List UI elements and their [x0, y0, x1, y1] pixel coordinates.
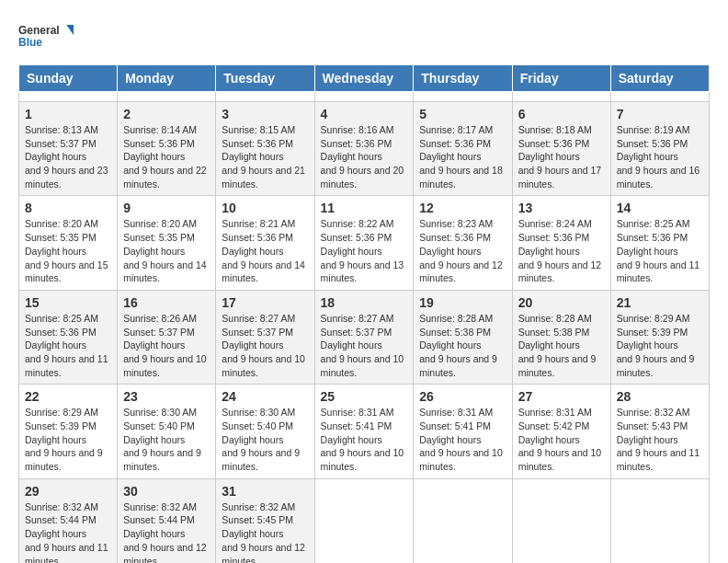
- day-number: 25: [321, 389, 408, 404]
- calendar-header-friday: Friday: [512, 65, 610, 92]
- calendar-header-thursday: Thursday: [414, 65, 512, 92]
- calendar-header-tuesday: Tuesday: [216, 65, 314, 92]
- calendar-week-3: 15 Sunrise: 8:25 AMSunset: 5:36 PMDaylig…: [19, 290, 710, 384]
- calendar-cell: 6 Sunrise: 8:18 AMSunset: 5:36 PMDayligh…: [512, 102, 610, 196]
- day-number: 10: [222, 201, 308, 215]
- calendar-cell: 22 Sunrise: 8:29 AMSunset: 5:39 PMDaylig…: [19, 385, 118, 478]
- calendar-cell: 5 Sunrise: 8:17 AMSunset: 5:36 PMDayligh…: [414, 102, 512, 196]
- cell-text: Sunrise: 8:20 AMSunset: 5:35 PMDaylight …: [123, 218, 207, 283]
- cell-text: Sunrise: 8:25 AMSunset: 5:36 PMDaylight …: [25, 313, 108, 378]
- cell-text: Sunrise: 8:18 AMSunset: 5:36 PMDaylight …: [518, 124, 602, 190]
- cell-text: Sunrise: 8:26 AMSunset: 5:37 PMDaylight …: [123, 313, 207, 378]
- calendar-cell: 14 Sunrise: 8:25 AMSunset: 5:36 PMDaylig…: [610, 196, 709, 290]
- svg-text:General: General: [18, 24, 60, 37]
- calendar-cell: 16 Sunrise: 8:26 AMSunset: 5:37 PMDaylig…: [118, 290, 216, 384]
- calendar-week-4: 22 Sunrise: 8:29 AMSunset: 5:39 PMDaylig…: [19, 385, 710, 478]
- calendar-header-monday: Monday: [118, 65, 216, 92]
- calendar-cell: 9 Sunrise: 8:20 AMSunset: 5:35 PMDayligh…: [118, 196, 216, 290]
- day-number: 30: [123, 484, 210, 499]
- cell-text: Sunrise: 8:14 AMSunset: 5:36 PMDaylight …: [123, 124, 207, 190]
- day-number: 16: [123, 295, 210, 310]
- cell-text: Sunrise: 8:32 AMSunset: 5:43 PMDaylight …: [617, 407, 700, 472]
- cell-text: Sunrise: 8:21 AMSunset: 5:36 PMDaylight …: [222, 218, 305, 283]
- calendar-cell: 12 Sunrise: 8:23 AMSunset: 5:36 PMDaylig…: [414, 196, 512, 290]
- calendar-cell: [314, 478, 414, 563]
- day-number: 26: [419, 389, 506, 404]
- calendar-week-5: 29 Sunrise: 8:32 AMSunset: 5:44 PMDaylig…: [19, 478, 710, 563]
- calendar-cell: [19, 92, 118, 102]
- calendar-cell: 23 Sunrise: 8:30 AMSunset: 5:40 PMDaylig…: [118, 385, 216, 478]
- day-number: 5: [419, 107, 506, 121]
- cell-text: Sunrise: 8:27 AMSunset: 5:37 PMDaylight …: [222, 313, 305, 378]
- day-number: 27: [518, 389, 605, 404]
- calendar-cell: [610, 478, 709, 563]
- day-number: 21: [617, 295, 703, 310]
- svg-marker-3: [67, 25, 74, 32]
- calendar-cell: [314, 92, 414, 102]
- calendar-cell: [512, 92, 610, 102]
- calendar-cell: 25 Sunrise: 8:31 AMSunset: 5:41 PMDaylig…: [314, 385, 414, 478]
- calendar-cell: [216, 92, 314, 102]
- cell-text: Sunrise: 8:22 AMSunset: 5:36 PMDaylight …: [321, 218, 404, 283]
- day-number: 19: [419, 295, 506, 310]
- calendar-header-row: SundayMondayTuesdayWednesdayThursdayFrid…: [19, 65, 710, 92]
- cell-text: Sunrise: 8:31 AMSunset: 5:41 PMDaylight …: [321, 407, 404, 472]
- calendar-cell: [610, 92, 709, 102]
- cell-text: Sunrise: 8:28 AMSunset: 5:38 PMDaylight …: [419, 313, 497, 378]
- calendar-cell: 7 Sunrise: 8:19 AMSunset: 5:36 PMDayligh…: [610, 102, 709, 196]
- day-number: 2: [123, 107, 210, 121]
- day-number: 18: [321, 295, 408, 310]
- calendar-cell: 2 Sunrise: 8:14 AMSunset: 5:36 PMDayligh…: [118, 102, 216, 196]
- calendar-cell: [118, 92, 216, 102]
- cell-text: Sunrise: 8:30 AMSunset: 5:40 PMDaylight …: [123, 407, 201, 472]
- day-number: 12: [419, 201, 506, 215]
- calendar-cell: 24 Sunrise: 8:30 AMSunset: 5:40 PMDaylig…: [216, 385, 314, 478]
- cell-text: Sunrise: 8:30 AMSunset: 5:40 PMDaylight …: [222, 407, 300, 472]
- calendar-cell: 1 Sunrise: 8:13 AMSunset: 5:37 PMDayligh…: [19, 102, 118, 196]
- calendar-week-1: 1 Sunrise: 8:13 AMSunset: 5:37 PMDayligh…: [19, 102, 710, 196]
- calendar-cell: 28 Sunrise: 8:32 AMSunset: 5:43 PMDaylig…: [610, 385, 709, 478]
- calendar-cell: [512, 478, 610, 563]
- calendar-cell: [414, 92, 512, 102]
- calendar-cell: 29 Sunrise: 8:32 AMSunset: 5:44 PMDaylig…: [19, 478, 118, 563]
- calendar-cell: 15 Sunrise: 8:25 AMSunset: 5:36 PMDaylig…: [19, 290, 118, 384]
- day-number: 17: [222, 295, 308, 310]
- logo-icon: General Blue: [18, 18, 74, 55]
- calendar-header-sunday: Sunday: [19, 65, 118, 92]
- calendar-header-wednesday: Wednesday: [314, 65, 414, 92]
- calendar-cell: 13 Sunrise: 8:24 AMSunset: 5:36 PMDaylig…: [512, 196, 610, 290]
- cell-text: Sunrise: 8:31 AMSunset: 5:42 PMDaylight …: [518, 407, 602, 472]
- calendar-cell: 18 Sunrise: 8:27 AMSunset: 5:37 PMDaylig…: [314, 290, 414, 384]
- day-number: 23: [123, 389, 210, 404]
- cell-text: Sunrise: 8:32 AMSunset: 5:45 PMDaylight …: [222, 501, 305, 563]
- logo: General Blue: [18, 18, 74, 55]
- calendar-cell: 10 Sunrise: 8:21 AMSunset: 5:36 PMDaylig…: [216, 196, 314, 290]
- day-number: 7: [617, 107, 703, 121]
- day-number: 29: [25, 484, 111, 499]
- day-number: 8: [25, 201, 111, 215]
- cell-text: Sunrise: 8:32 AMSunset: 5:44 PMDaylight …: [25, 501, 108, 563]
- day-number: 22: [25, 389, 111, 404]
- calendar-week-0: [19, 92, 710, 102]
- cell-text: Sunrise: 8:19 AMSunset: 5:36 PMDaylight …: [617, 124, 700, 190]
- cell-text: Sunrise: 8:16 AMSunset: 5:36 PMDaylight …: [321, 124, 404, 190]
- cell-text: Sunrise: 8:24 AMSunset: 5:36 PMDaylight …: [518, 218, 602, 283]
- day-number: 31: [222, 484, 308, 499]
- svg-text:Blue: Blue: [18, 36, 42, 49]
- cell-text: Sunrise: 8:29 AMSunset: 5:39 PMDaylight …: [617, 313, 695, 378]
- day-number: 20: [518, 295, 605, 310]
- day-number: 3: [222, 107, 308, 121]
- day-number: 24: [222, 389, 308, 404]
- cell-text: Sunrise: 8:31 AMSunset: 5:41 PMDaylight …: [419, 407, 503, 472]
- calendar-cell: 17 Sunrise: 8:27 AMSunset: 5:37 PMDaylig…: [216, 290, 314, 384]
- calendar-table: SundayMondayTuesdayWednesdayThursdayFrid…: [18, 64, 710, 563]
- calendar-cell: 4 Sunrise: 8:16 AMSunset: 5:36 PMDayligh…: [314, 102, 414, 196]
- cell-text: Sunrise: 8:29 AMSunset: 5:39 PMDaylight …: [25, 407, 103, 472]
- cell-text: Sunrise: 8:13 AMSunset: 5:37 PMDaylight …: [25, 124, 108, 190]
- calendar-cell: [414, 478, 512, 563]
- calendar-cell: 21 Sunrise: 8:29 AMSunset: 5:39 PMDaylig…: [610, 290, 709, 384]
- day-number: 11: [321, 201, 408, 215]
- calendar-cell: 19 Sunrise: 8:28 AMSunset: 5:38 PMDaylig…: [414, 290, 512, 384]
- calendar-cell: 8 Sunrise: 8:20 AMSunset: 5:35 PMDayligh…: [19, 196, 118, 290]
- header: General Blue: [18, 18, 710, 55]
